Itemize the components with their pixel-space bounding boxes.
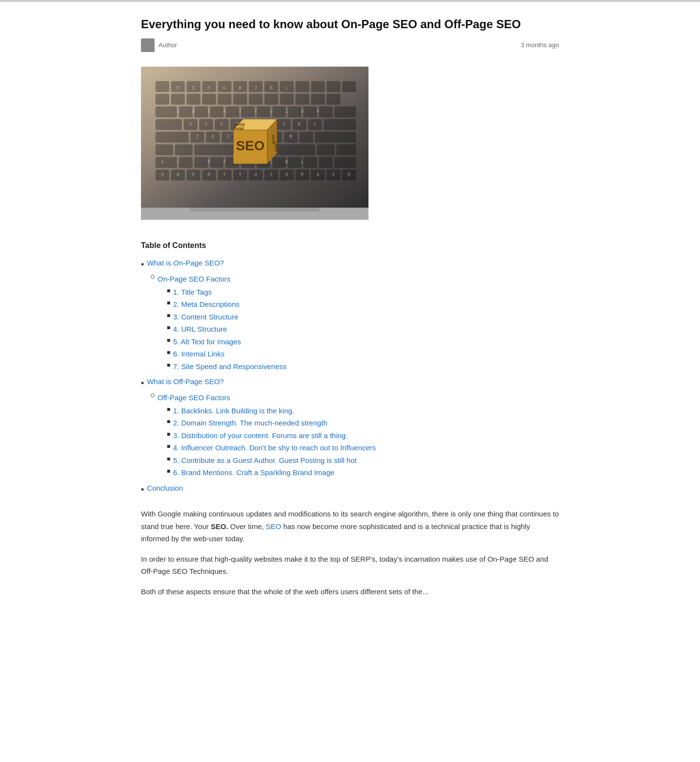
sub-sub-bullet-4	[167, 326, 170, 329]
svg-text:SEO: SEO	[236, 138, 264, 153]
toc-link-conclusion[interactable]: Conclusion	[147, 483, 183, 494]
sub-bullet-circle-1	[151, 275, 155, 279]
svg-text:W: W	[192, 109, 195, 114]
toc-link-site-speed[interactable]: 7. Site Speed and Responsiveness	[173, 361, 287, 372]
svg-text:K: K	[270, 86, 273, 90]
toc-item-2: • What is Off-Page SEO? Off-Page SEO Fac…	[141, 376, 559, 480]
toc-link-on-page-seo[interactable]: What is On-Page SEO?	[147, 258, 224, 269]
article-meta: Author 3 months ago	[141, 38, 559, 52]
sub-sub-bullet-12	[167, 458, 170, 461]
svg-text:L: L	[285, 86, 288, 90]
bullet-dot-2: •	[141, 377, 144, 390]
svg-rect-25	[327, 94, 340, 105]
svg-rect-73	[303, 157, 317, 168]
svg-text:O: O	[285, 172, 288, 177]
svg-text:F: F	[208, 86, 210, 90]
svg-text:I: I	[270, 172, 272, 177]
toc-link-brand-mentions[interactable]: 6. Brand Mentions. Craft a Sparkling Bra…	[173, 467, 334, 478]
sub-sub-bullet-5	[167, 339, 170, 342]
toc-bullet-3: • Conclusion	[141, 483, 559, 496]
toc-title: Table of Contents	[141, 239, 559, 252]
toc-link-domain-strength[interactable]: 2. Domain Strength. The much-needed stre…	[173, 418, 327, 429]
svg-rect-24	[311, 94, 325, 105]
svg-text:U: U	[254, 172, 257, 177]
toc-sub-item-on-page-factors: On-Page SEO Factors 1. Title Tags 2. Met…	[151, 273, 559, 373]
svg-rect-19	[233, 94, 247, 105]
svg-rect-64	[156, 157, 177, 168]
author-avatar	[141, 38, 155, 52]
svg-rect-66	[194, 157, 208, 168]
sub-sub-bullet-10	[167, 433, 170, 436]
svg-rect-30	[226, 106, 239, 117]
svg-rect-12	[327, 81, 340, 92]
svg-text:C: C	[227, 134, 229, 139]
toc-item-guest-author: 5. Contribute as a Guest Author. Guest P…	[167, 455, 376, 466]
svg-rect-57	[299, 132, 313, 142]
svg-rect-28	[194, 106, 208, 117]
toc-link-internal-links[interactable]: 6. Internal Links	[173, 349, 225, 360]
toc-link-off-page-factors[interactable]: Off-Page SEO Factors	[158, 393, 230, 402]
svg-text:K: K	[298, 122, 301, 126]
sub-sub-bullet-1	[167, 289, 170, 292]
toc-sub-2: Off-Page SEO Factors 1. Backlinks. Link …	[141, 391, 559, 480]
svg-rect-72	[288, 157, 301, 168]
svg-text:LINKS: LINKS	[274, 142, 278, 152]
toc-link-on-page-factors[interactable]: On-Page SEO Factors	[158, 275, 230, 283]
toc-link-content-structure[interactable]: 3. Content Structure	[173, 312, 238, 323]
sub-sub-bullet-3	[167, 314, 170, 317]
svg-rect-34	[288, 106, 301, 117]
svg-text:Y: Y	[254, 109, 257, 114]
sub-sub-bullet-2	[167, 301, 170, 304]
toc-item-content-structure: 3. Content Structure	[167, 312, 287, 323]
toc-sub-group-2: Off-Page SEO Factors 1. Backlinks. Link …	[158, 391, 376, 480]
svg-text:T: T	[223, 172, 226, 177]
svg-text:W: W	[176, 172, 179, 177]
svg-text:X: X	[161, 159, 164, 164]
toc-link-url-structure[interactable]: 4. URL Structure	[173, 324, 227, 335]
svg-rect-49	[156, 132, 189, 142]
svg-text:F: F	[223, 159, 226, 164]
toc-bullet-1: • What is On-Page SEO?	[141, 258, 559, 271]
author-name: Author	[158, 40, 177, 51]
svg-rect-63	[336, 144, 356, 155]
sub-bullet-circle-2	[151, 393, 155, 397]
sub-sub-bullet-8	[167, 408, 170, 411]
svg-rect-16	[187, 94, 200, 105]
hero-image: R E F G H J K L Q W E R T Y U I O	[141, 67, 368, 220]
article-date: 3 months ago	[521, 40, 559, 51]
svg-rect-10	[296, 81, 309, 92]
toc-link-off-page-seo[interactable]: What is Off-Page SEO?	[147, 376, 224, 388]
body-para-3: Both of these aspects ensure that the wh…	[141, 585, 559, 598]
svg-text:A: A	[189, 122, 192, 126]
svg-text:J: J	[282, 122, 285, 126]
svg-text:Q: Q	[176, 109, 179, 114]
toc-list: • What is On-Page SEO? On-Page SEO Facto…	[141, 258, 559, 496]
toc-link-influencer[interactable]: 4. Influencer Outreach. Don't be shy to …	[173, 443, 376, 454]
svg-rect-17	[202, 94, 216, 105]
svg-text:A: A	[316, 172, 319, 177]
sub-sub-bullet-9	[167, 420, 170, 423]
toc-link-content-dist[interactable]: 3. Distribution of your content. Forums …	[173, 430, 348, 442]
body-para-2: In order to ensure that high-quality web…	[141, 553, 559, 578]
svg-rect-37	[334, 106, 356, 117]
article-title: Everything you need to know about On-Pag…	[141, 17, 559, 32]
svg-text:D: D	[348, 172, 350, 177]
svg-rect-18	[218, 94, 231, 105]
toc-link-guest-author[interactable]: 5. Contribute as a Guest Author. Guest P…	[173, 455, 357, 466]
body-seo-link[interactable]: SEO	[266, 522, 281, 531]
svg-rect-23	[296, 94, 309, 105]
svg-text:X: X	[211, 134, 214, 139]
body-para-1: With Google making continuous updates an…	[141, 508, 559, 545]
toc-link-alt-text[interactable]: 5. Alt Text for Images	[173, 337, 241, 348]
svg-text:RANK: RANK	[232, 126, 245, 131]
toc-link-backlinks[interactable]: 1. Backlinks. Link Building is the king.	[173, 406, 294, 417]
author-info: Author	[141, 38, 177, 52]
svg-text:O: O	[301, 109, 303, 114]
svg-rect-154	[190, 208, 320, 212]
toc-link-meta-desc[interactable]: 2. Meta Descriptions	[173, 299, 240, 310]
toc-link-title-tags[interactable]: 1. Title Tags	[173, 287, 212, 298]
svg-rect-15	[171, 94, 185, 105]
keyboard-svg: R E F G H J K L Q W E R T Y U I O	[141, 67, 368, 220]
sub-sub-bullet-13	[167, 470, 170, 473]
svg-rect-71	[272, 157, 286, 168]
